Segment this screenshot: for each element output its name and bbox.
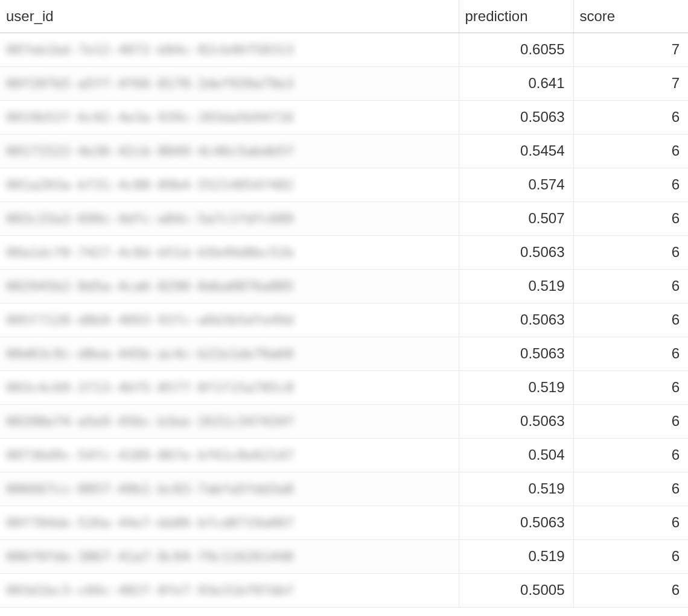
user-id-value: 00171522-4e36-42cb-8049-4c46c5abdb5f xyxy=(6,144,294,159)
cell-user-id: 00736d9c-54fc-4189-867e-bf61c0e62147 xyxy=(0,438,459,472)
cell-prediction: 0.519 xyxy=(459,539,573,573)
cell-user-id: 00f207b5-a5ff-4f66-8178-2def939a79e3 xyxy=(0,66,459,100)
table-row[interactable]: 005f7128-d8b9-4093-937c-a0d3b5dfe49d0.50… xyxy=(0,303,688,337)
user-id-value: 002945b2-8d5a-4ca6-8290-0dba0876a885 xyxy=(6,279,294,294)
table-row[interactable]: 00f784de-526a-44e7-bb80-bfcd8719a0070.50… xyxy=(0,506,688,539)
cell-prediction: 0.6055 xyxy=(459,33,573,66)
cell-score: 6 xyxy=(573,337,688,370)
cell-score: 6 xyxy=(573,269,688,303)
cell-score: 6 xyxy=(573,573,688,607)
table-row[interactable]: 00a1dcf0-7427-4c8d-b51d-b5b49d8bc52b0.50… xyxy=(0,235,688,269)
cell-score: 6 xyxy=(573,100,688,134)
user-id-value: 00f784de-526a-44e7-bb80-bfcd8719a007 xyxy=(6,515,294,530)
table-row[interactable]: 00171522-4e36-42cb-8049-4c46c5abdb5f0.54… xyxy=(0,134,688,168)
table-header-row: user_id prediction score xyxy=(0,0,688,33)
cell-prediction: 0.504 xyxy=(459,438,573,472)
cell-score: 6 xyxy=(573,134,688,168)
cell-prediction: 0.574 xyxy=(459,168,573,202)
cell-user-id: 003c33a3-699c-4dfc-a84c-5a7c1fdfc689 xyxy=(0,202,459,235)
user-id-value: 003d1bc3-c66c-482f-8fe7-93e31bf07dbf xyxy=(6,583,294,598)
user-id-value: 006f0fde-3867-41a7-8c94-f9c116261440 xyxy=(6,549,294,564)
cell-prediction: 0.519 xyxy=(459,269,573,303)
cell-prediction: 0.5063 xyxy=(459,303,573,337)
cell-score: 6 xyxy=(573,303,688,337)
cell-score: 6 xyxy=(573,168,688,202)
table-row[interactable]: 00d63c9c-d8ea-445b-ac4c-b22e1de70a600.50… xyxy=(0,337,688,370)
user-id-value: 00f207b5-a5ff-4f66-8178-2def939a79e3 xyxy=(6,76,294,91)
cell-score: 6 xyxy=(573,404,688,438)
cell-user-id: 002945b2-8d5a-4ca6-8290-0dba0876a885 xyxy=(0,269,459,303)
cell-user-id: 00f784de-526a-44e7-bb80-bfcd8719a007 xyxy=(0,506,459,539)
cell-user-id: 0019b52f-6c02-4e3a-939c-203da5b94716 xyxy=(0,100,459,134)
user-id-value: 00a1dcf0-7427-4c8d-b51d-b5b49d8bc52b xyxy=(6,245,294,260)
user-id-value: 00398e74-a5e9-456c-b3ee-2631c347434f xyxy=(6,414,294,429)
cell-user-id: 001a203a-bf31-4c88-89b4-552140547482 xyxy=(0,168,459,202)
cell-user-id: 00d63c9c-d8ea-445b-ac4c-b22e1de70a60 xyxy=(0,337,459,370)
cell-score: 6 xyxy=(573,506,688,539)
user-id-value: 00736d9c-54fc-4189-867e-bf61c0e62147 xyxy=(6,448,294,463)
table-row[interactable]: 003d1bc3-c66c-482f-8fe7-93e31bf07dbf0.50… xyxy=(0,573,688,607)
cell-prediction: 0.519 xyxy=(459,370,573,404)
cell-user-id: 005f7128-d8b9-4093-937c-a0d3b5dfe49d xyxy=(0,303,459,337)
user-id-value: 003c4c69-3713-46f5-8577-8f1f15a785c8 xyxy=(6,380,294,395)
table-row[interactable]: 007eb1bd-7e12-4072-b84c-82cb46f583130.60… xyxy=(0,33,688,66)
cell-score: 6 xyxy=(573,202,688,235)
table-row[interactable]: 00f207b5-a5ff-4f66-8178-2def939a79e30.64… xyxy=(0,66,688,100)
cell-prediction: 0.507 xyxy=(459,202,573,235)
cell-user-id: 00398e74-a5e9-456c-b3ee-2631c347434f xyxy=(0,404,459,438)
user-id-value: 0019b52f-6c02-4e3a-939c-203da5b94716 xyxy=(6,110,294,125)
column-header-user-id[interactable]: user_id xyxy=(0,0,459,33)
table-row[interactable]: 001a203a-bf31-4c88-89b4-5521405474820.57… xyxy=(0,168,688,202)
table-row[interactable]: 003c33a3-699c-4dfc-a84c-5a7c1fdfc6890.50… xyxy=(0,202,688,235)
user-id-value: 003c33a3-699c-4dfc-a84c-5a7c1fdfc689 xyxy=(6,211,294,226)
cell-score: 6 xyxy=(573,438,688,472)
cell-score: 6 xyxy=(573,539,688,573)
cell-prediction: 0.5454 xyxy=(459,134,573,168)
cell-score: 7 xyxy=(573,66,688,100)
cell-prediction: 0.5005 xyxy=(459,573,573,607)
data-table: user_id prediction score 007eb1bd-7e12-4… xyxy=(0,0,688,608)
cell-user-id: 006f0fde-3867-41a7-8c94-f9c116261440 xyxy=(0,539,459,573)
user-id-value: 00d63c9c-d8ea-445b-ac4c-b22e1de70a60 xyxy=(6,346,294,361)
user-id-value: 006667cc-8857-49b1-bc83-7abfa5fdd3a8 xyxy=(6,481,294,497)
user-id-value: 001a203a-bf31-4c88-89b4-552140547482 xyxy=(6,177,294,192)
table-row[interactable]: 0019b52f-6c02-4e3a-939c-203da5b947160.50… xyxy=(0,100,688,134)
user-id-value: 007eb1bd-7e12-4072-b84c-82cb46f58313 xyxy=(6,42,294,57)
cell-score: 6 xyxy=(573,370,688,404)
cell-score: 6 xyxy=(573,472,688,506)
cell-prediction: 0.5063 xyxy=(459,404,573,438)
cell-user-id: 006667cc-8857-49b1-bc83-7abfa5fdd3a8 xyxy=(0,472,459,506)
table-row[interactable]: 00736d9c-54fc-4189-867e-bf61c0e621470.50… xyxy=(0,438,688,472)
column-header-score[interactable]: score xyxy=(573,0,688,33)
cell-user-id: 003d1bc3-c66c-482f-8fe7-93e31bf07dbf xyxy=(0,573,459,607)
column-header-prediction[interactable]: prediction xyxy=(459,0,573,33)
table-row[interactable]: 006f0fde-3867-41a7-8c94-f9c1162614400.51… xyxy=(0,539,688,573)
cell-prediction: 0.641 xyxy=(459,66,573,100)
table-row[interactable]: 002945b2-8d5a-4ca6-8290-0dba0876a8850.51… xyxy=(0,269,688,303)
cell-user-id: 007eb1bd-7e12-4072-b84c-82cb46f58313 xyxy=(0,33,459,66)
cell-score: 6 xyxy=(573,235,688,269)
cell-user-id: 00171522-4e36-42cb-8049-4c46c5abdb5f xyxy=(0,134,459,168)
cell-prediction: 0.5063 xyxy=(459,235,573,269)
cell-prediction: 0.519 xyxy=(459,472,573,506)
table-row[interactable]: 006667cc-8857-49b1-bc83-7abfa5fdd3a80.51… xyxy=(0,472,688,506)
cell-score: 7 xyxy=(573,33,688,66)
cell-user-id: 00a1dcf0-7427-4c8d-b51d-b5b49d8bc52b xyxy=(0,235,459,269)
user-id-value: 005f7128-d8b9-4093-937c-a0d3b5dfe49d xyxy=(6,313,294,328)
cell-prediction: 0.5063 xyxy=(459,337,573,370)
table-row[interactable]: 00398e74-a5e9-456c-b3ee-2631c347434f0.50… xyxy=(0,404,688,438)
table-row[interactable]: 003c4c69-3713-46f5-8577-8f1f15a785c80.51… xyxy=(0,370,688,404)
cell-user-id: 003c4c69-3713-46f5-8577-8f1f15a785c8 xyxy=(0,370,459,404)
cell-prediction: 0.5063 xyxy=(459,506,573,539)
cell-prediction: 0.5063 xyxy=(459,100,573,134)
